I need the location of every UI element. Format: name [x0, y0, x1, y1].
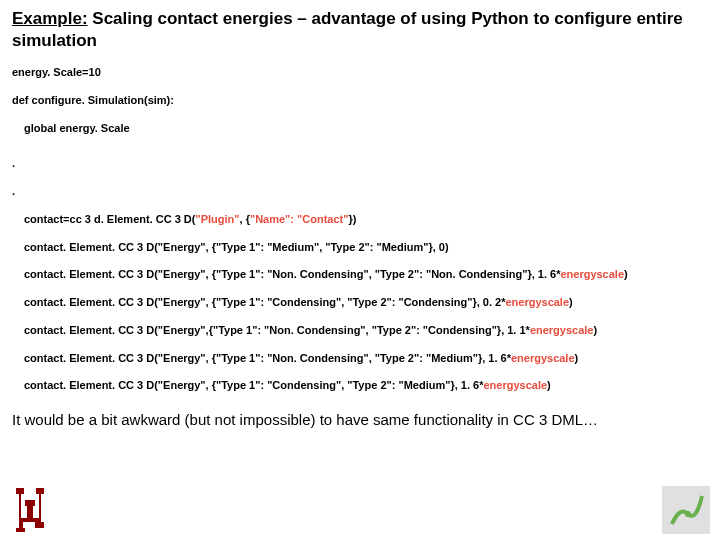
title-underlined: Example:: [12, 9, 88, 28]
code-dot: .: [12, 185, 708, 199]
svg-point-1: [685, 511, 691, 517]
slide-title: Example: Scaling contact energies – adva…: [12, 8, 708, 52]
code-line: def configure. Simulation(sim):: [12, 94, 708, 108]
svg-rect-0: [662, 486, 710, 534]
code-line: contact=cc 3 d. Element. CC 3 D("Plugin"…: [12, 213, 708, 227]
highlight: energyscale: [560, 268, 624, 280]
highlight: "Name": "Contact": [250, 213, 348, 225]
slide-body: Example: Scaling contact energies – adva…: [0, 0, 720, 428]
highlight: energyscale: [483, 379, 547, 391]
code-line: contact. Element. CC 3 D("Energy", {"Typ…: [12, 296, 708, 310]
code-line: contact. Element. CC 3 D("Energy", {"Typ…: [12, 268, 708, 282]
code-line: contact. Element. CC 3 D("Energy", {"Typ…: [12, 352, 708, 366]
highlight: energyscale: [530, 324, 594, 336]
highlight: energyscale: [505, 296, 569, 308]
footnote: It would be a bit awkward (but not impos…: [12, 411, 708, 428]
code-block: energy. Scale=10 def configure. Simulati…: [12, 66, 708, 393]
iu-logo-icon: [10, 484, 50, 532]
code-line: energy. Scale=10: [12, 66, 708, 80]
code-line: contact. Element. CC 3 D("Energy", {"Typ…: [12, 241, 708, 255]
compucell-logo-icon: [662, 486, 710, 534]
title-rest: Scaling contact energies – advantage of …: [12, 9, 683, 50]
highlight: energyscale: [511, 352, 575, 364]
highlight: "Plugin": [195, 213, 239, 225]
code-line: contact. Element. CC 3 D("Energy", {"Typ…: [12, 379, 708, 393]
code-dot: .: [12, 157, 708, 171]
code-line: contact. Element. CC 3 D("Energy",{"Type…: [12, 324, 708, 338]
code-line: global energy. Scale: [12, 122, 708, 136]
